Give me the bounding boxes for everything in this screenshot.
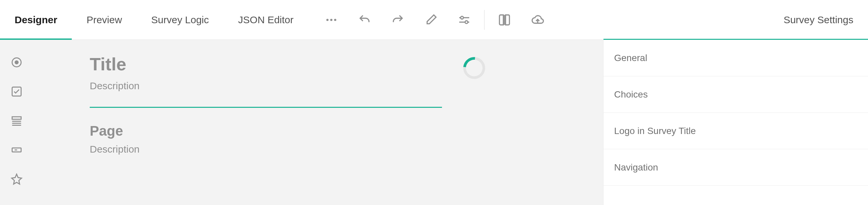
tab-label: JSON Editor [238,14,294,26]
main-area: Title Description Page Description Surve… [0,40,868,205]
svg-point-1 [330,19,333,21]
canvas-wrap: Title Description Page Description [0,40,603,205]
tab-json-editor[interactable]: JSON Editor [224,0,308,39]
survey-header[interactable]: Title Description [90,54,442,108]
svg-rect-11 [12,117,21,119]
toolbar-separator [484,10,485,30]
properties-tab-survey-settings[interactable]: Survey Settings [603,0,868,40]
properties-tab-label: Survey Settings [784,14,854,26]
toolbox-dropdown[interactable] [11,115,23,128]
dropdown-icon [11,115,23,127]
toolbox-text[interactable] [11,144,23,157]
properties-accordion: General Choices Logo in Survey Title Nav… [603,40,868,205]
radio-icon [11,57,23,68]
docs-button[interactable] [488,0,521,40]
more-button[interactable] [315,0,348,40]
svg-point-0 [326,19,329,21]
toolbox-rating[interactable] [11,173,23,186]
undo-button[interactable] [348,0,381,40]
section-navigation[interactable]: Navigation [603,149,868,186]
survey-title-input[interactable]: Title [90,54,442,74]
toolbox-rail [0,40,33,205]
section-label: General [614,53,647,63]
svg-point-9 [15,61,18,64]
design-surface[interactable]: Title Description Page Description [33,40,603,205]
textbox-icon [11,144,23,156]
redo-button[interactable] [381,0,414,40]
page-description-input[interactable]: Description [90,144,577,155]
tab-label: Preview [86,14,122,26]
clear-button[interactable] [414,0,447,40]
section-choices[interactable]: Choices [603,76,868,113]
section-logo[interactable]: Logo in Survey Title [603,113,868,149]
undo-icon [358,13,371,27]
upload-button[interactable] [521,0,554,40]
loading-spinner-icon [459,53,490,83]
tab-label: Survey Logic [151,14,209,26]
properties-panel: Survey Settings General Choices Logo in … [603,40,868,205]
tab-preview[interactable]: Preview [72,0,136,39]
eraser-icon [424,13,438,27]
survey-description-input[interactable]: Description [90,80,442,92]
redo-icon [391,13,404,27]
settings-button[interactable] [447,0,481,40]
svg-point-6 [465,21,468,23]
toolbox-checkbox[interactable] [11,86,23,99]
section-general[interactable]: General [603,40,868,76]
section-label: Choices [614,89,648,100]
tab-label: Designer [14,14,57,26]
sliders-icon [458,13,471,27]
dots-icon [325,13,338,27]
toolbox-radiogroup[interactable] [11,57,23,70]
tab-designer[interactable]: Designer [0,0,72,39]
main-tabs: Designer Preview Survey Logic JSON Edito… [0,0,308,39]
section-label: Logo in Survey Title [614,126,696,136]
section-label: Navigation [614,162,658,173]
svg-point-4 [461,16,463,19]
svg-point-2 [334,19,337,21]
page-title-input[interactable]: Page [90,123,577,139]
page-header[interactable]: Page Description [90,123,577,155]
tab-survey-logic[interactable]: Survey Logic [136,0,223,39]
book-icon [498,13,511,27]
toolbar-actions [308,0,554,39]
star-icon [11,173,23,185]
checkbox-icon [11,86,23,98]
cloud-upload-icon [531,13,544,27]
